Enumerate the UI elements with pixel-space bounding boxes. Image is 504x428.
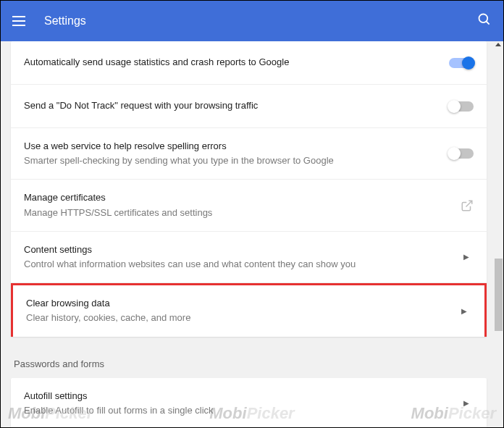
setting-text: Content settings Control what informatio… xyxy=(24,243,459,271)
setting-text: Send a "Do Not Track" request with your … xyxy=(24,99,449,112)
setting-desc: Control what information websites can us… xyxy=(24,258,448,271)
svg-line-1 xyxy=(487,22,490,25)
passwords-card: Autofill settings Enable Autofill to fil… xyxy=(11,378,487,428)
setting-desc: Clear history, cookies, cache, and more xyxy=(26,311,445,324)
setting-title: Use a web service to help resolve spelli… xyxy=(24,140,437,153)
app-header: Settings xyxy=(1,1,503,41)
settings-content: Automatically send usage statistics and … xyxy=(1,41,494,427)
scrollbar-thumb[interactable] xyxy=(495,259,503,331)
chevron-right-icon: ▶ xyxy=(457,307,471,315)
chevron-right-icon: ▶ xyxy=(459,253,474,261)
privacy-card: Automatically send usage statistics and … xyxy=(11,41,487,337)
scrollbar[interactable] xyxy=(494,41,503,427)
row-content-settings[interactable]: Content settings Control what informatio… xyxy=(11,232,487,283)
chevron-right-icon: ▶ xyxy=(459,399,474,407)
setting-text: Automatically send usage statistics and … xyxy=(24,56,449,69)
setting-desc: Enable Autofill to fill out forms in a s… xyxy=(24,404,448,417)
row-autofill-settings[interactable]: Autofill settings Enable Autofill to fil… xyxy=(11,378,487,428)
row-usage-stats[interactable]: Automatically send usage statistics and … xyxy=(11,41,487,85)
section-passwords-forms: Passwords and forms xyxy=(11,351,487,378)
row-do-not-track[interactable]: Send a "Do Not Track" request with your … xyxy=(11,85,487,128)
setting-title: Content settings xyxy=(24,243,448,256)
search-icon[interactable] xyxy=(477,12,492,30)
setting-desc: Smarter spell-checking by sending what y… xyxy=(24,154,437,167)
svg-point-0 xyxy=(479,14,488,23)
setting-text: Use a web service to help resolve spelli… xyxy=(24,140,449,167)
setting-title: Autofill settings xyxy=(24,390,448,403)
row-clear-browsing-data[interactable]: Clear browsing data Clear history, cooki… xyxy=(11,283,487,336)
svg-line-2 xyxy=(466,201,472,206)
scrollbar-up-icon[interactable] xyxy=(495,43,501,46)
content-wrapper: Automatically send usage statistics and … xyxy=(1,41,503,427)
setting-text: Manage certificates Manage HTTPS/SSL cer… xyxy=(24,191,461,219)
toggle-spell-check[interactable] xyxy=(449,148,474,159)
setting-title: Clear browsing data xyxy=(26,297,445,310)
row-spell-check[interactable]: Use a web service to help resolve spelli… xyxy=(11,128,487,180)
setting-text: Autofill settings Enable Autofill to fil… xyxy=(24,390,459,417)
external-link-icon xyxy=(461,199,474,212)
row-manage-certificates[interactable]: Manage certificates Manage HTTPS/SSL cer… xyxy=(11,180,487,231)
setting-title: Automatically send usage statistics and … xyxy=(24,56,437,69)
toggle-usage-stats[interactable] xyxy=(449,58,474,68)
setting-title: Send a "Do Not Track" request with your … xyxy=(24,99,437,112)
page-title: Settings xyxy=(44,14,477,28)
menu-icon[interactable] xyxy=(12,12,30,30)
setting-text: Clear browsing data Clear history, cooki… xyxy=(26,297,457,324)
setting-title: Manage certificates xyxy=(24,191,449,204)
setting-desc: Manage HTTPS/SSL certificates and settin… xyxy=(24,206,449,219)
toggle-do-not-track[interactable] xyxy=(449,101,474,112)
